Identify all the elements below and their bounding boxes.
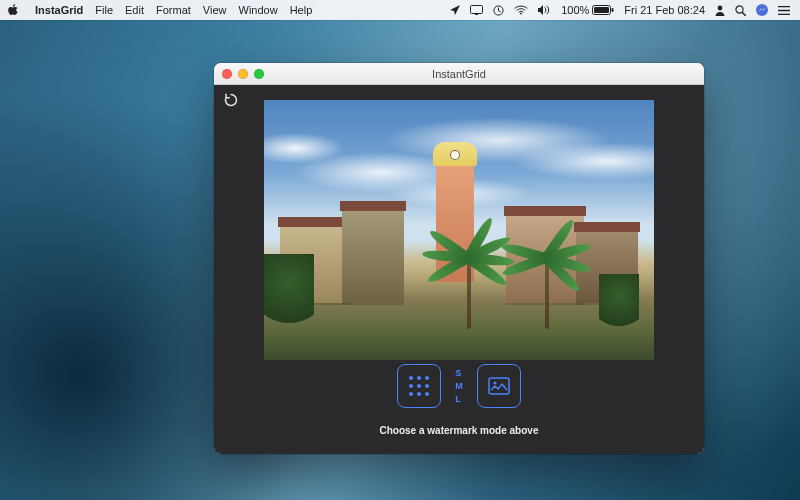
size-large[interactable]: L	[453, 394, 465, 405]
window-zoom-button[interactable]	[254, 69, 264, 79]
battery-status[interactable]: 100%	[561, 4, 614, 16]
window-titlebar[interactable]: InstantGrid	[214, 63, 704, 85]
svg-point-7	[718, 5, 723, 10]
image-canvas	[264, 100, 654, 360]
svg-rect-1	[475, 14, 478, 15]
menu-view[interactable]: View	[203, 4, 227, 16]
menu-format[interactable]: Format	[156, 4, 191, 16]
clock[interactable]: Fri 21 Feb 08:24	[624, 4, 705, 16]
menubar-hamburger-icon[interactable]	[778, 6, 790, 15]
watermark-controls: S M L	[214, 364, 704, 408]
svg-point-18	[417, 392, 421, 396]
macos-menubar: InstaGrid File Edit Format View Window H…	[0, 0, 800, 20]
messenger-icon[interactable]	[756, 4, 768, 16]
svg-point-10	[756, 4, 768, 16]
menu-help[interactable]: Help	[290, 4, 313, 16]
battery-percent: 100%	[561, 4, 589, 16]
grid-watermark-button[interactable]	[397, 364, 441, 408]
app-window: InstantGrid	[214, 63, 704, 454]
svg-point-12	[417, 376, 421, 380]
volume-icon[interactable]	[538, 5, 551, 15]
window-title: InstantGrid	[214, 68, 704, 80]
watermark-hint: Choose a watermark mode above	[214, 425, 704, 436]
reset-button[interactable]	[222, 91, 240, 109]
spotlight-icon[interactable]	[735, 5, 746, 16]
timemachine-icon[interactable]	[493, 5, 504, 16]
svg-point-3	[520, 13, 522, 15]
size-medium[interactable]: M	[453, 381, 465, 392]
svg-point-11	[409, 376, 413, 380]
svg-rect-0	[471, 6, 483, 14]
reset-icon	[223, 92, 239, 108]
window-close-button[interactable]	[222, 69, 232, 79]
svg-point-15	[417, 384, 421, 388]
single-watermark-button[interactable]	[477, 364, 521, 408]
svg-point-13	[425, 376, 429, 380]
svg-line-9	[742, 12, 745, 15]
display-icon[interactable]	[470, 5, 483, 15]
grid-mode-icon	[406, 373, 432, 399]
svg-point-17	[409, 392, 413, 396]
svg-point-21	[493, 381, 496, 384]
menu-window[interactable]: Window	[239, 4, 278, 16]
window-content: S M L Choose a watermark mode above	[214, 85, 704, 454]
menu-file[interactable]: File	[95, 4, 113, 16]
user-icon[interactable]	[715, 5, 725, 16]
svg-rect-5	[594, 7, 609, 13]
apple-menu[interactable]	[8, 4, 19, 16]
window-minimize-button[interactable]	[238, 69, 248, 79]
watermark-size-picker: S M L	[453, 368, 465, 405]
size-small[interactable]: S	[453, 368, 465, 379]
single-mode-icon	[488, 377, 510, 395]
svg-rect-6	[612, 8, 614, 12]
loaded-photo	[264, 100, 654, 360]
svg-rect-20	[489, 378, 509, 394]
wifi-icon[interactable]	[514, 5, 528, 15]
svg-point-19	[425, 392, 429, 396]
menubar-app-name[interactable]: InstaGrid	[35, 4, 83, 16]
svg-point-14	[409, 384, 413, 388]
location-icon[interactable]	[450, 5, 460, 15]
menu-edit[interactable]: Edit	[125, 4, 144, 16]
svg-point-16	[425, 384, 429, 388]
